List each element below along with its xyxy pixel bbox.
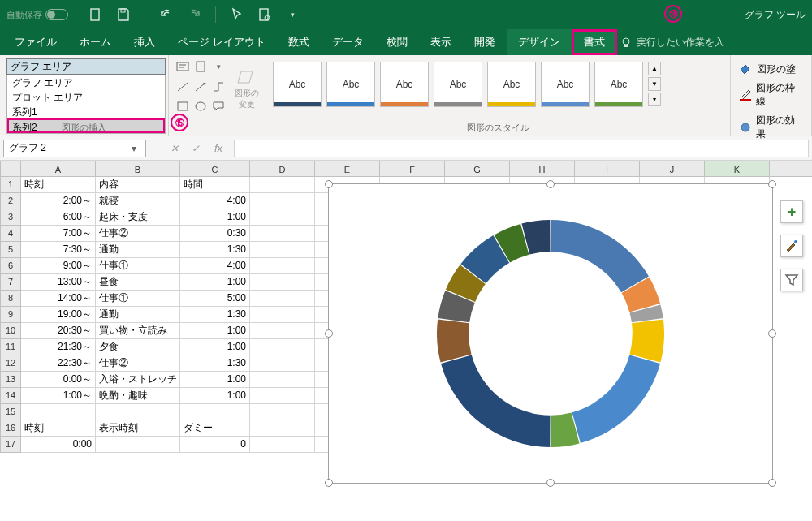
cell[interactable]: 20:30～ [21, 323, 96, 339]
callout-icon[interactable] [211, 100, 226, 113]
tell-me-search[interactable]: 実行したい作業を入 [620, 29, 724, 55]
chart-elements-button[interactable]: + [780, 200, 803, 223]
tab-review[interactable]: 校閲 [375, 29, 419, 55]
cell[interactable] [250, 323, 315, 339]
tab-data[interactable]: データ [321, 29, 375, 55]
shapes-gallery[interactable]: ▾ [175, 60, 231, 117]
customize-qat-icon[interactable]: ▾ [284, 6, 300, 23]
cell[interactable] [250, 339, 315, 355]
expand-icon[interactable]: ▾ [648, 93, 661, 106]
cell[interactable]: 入浴・ストレッチ [96, 372, 180, 388]
more-icon[interactable]: ▾ [211, 60, 226, 73]
cell[interactable] [96, 404, 180, 420]
style-item[interactable]: Abc [594, 62, 643, 107]
resize-handle[interactable] [325, 479, 333, 487]
resize-handle[interactable] [768, 479, 776, 487]
cursor-icon[interactable] [229, 6, 245, 23]
cell[interactable]: 時刻 [21, 420, 96, 437]
cell[interactable]: 1:00～ [21, 388, 96, 404]
cell[interactable]: 1:00 [180, 372, 250, 388]
style-gallery[interactable]: Abc Abc Abc Abc Abc Abc Abc ▲ ▼ ▾ [273, 62, 723, 107]
col-header[interactable]: F [380, 161, 445, 176]
cell[interactable] [250, 193, 315, 209]
cell[interactable]: 14:00～ [21, 291, 96, 307]
row-header[interactable]: 14 [0, 388, 21, 404]
row-header[interactable]: 12 [0, 355, 21, 372]
cell[interactable] [250, 291, 315, 307]
cell[interactable]: 9:00～ [21, 258, 96, 274]
col-header[interactable]: H [510, 161, 575, 176]
list-item[interactable]: プロット エリア [7, 89, 165, 104]
cell[interactable]: 4:00 [180, 258, 250, 274]
cell[interactable]: ダミー [180, 420, 250, 437]
cell[interactable] [250, 177, 315, 193]
cell[interactable] [250, 420, 315, 437]
rect-icon[interactable] [175, 100, 190, 113]
textbox-icon[interactable] [175, 60, 190, 73]
cell[interactable]: 内容 [96, 177, 180, 193]
style-item[interactable]: Abc [541, 62, 590, 107]
chevron-down-icon[interactable]: ▾ [127, 143, 140, 154]
cell[interactable]: 1:00 [180, 388, 250, 404]
oval-icon[interactable] [193, 100, 208, 113]
fx-icon[interactable]: fx [208, 140, 229, 157]
row-header[interactable]: 11 [0, 339, 21, 355]
cell[interactable]: 買い物・立読み [96, 323, 180, 339]
col-header[interactable]: E [315, 161, 380, 176]
cell[interactable] [250, 226, 315, 242]
tab-page-layout[interactable]: ページ レイアウト [166, 29, 277, 55]
cell[interactable]: 起床・支度 [96, 209, 180, 226]
resize-handle[interactable] [325, 329, 333, 338]
tab-design[interactable]: デザイン [507, 29, 572, 55]
tab-file[interactable]: ファイル [3, 29, 68, 55]
formula-bar[interactable] [234, 140, 809, 157]
line-icon[interactable] [175, 80, 190, 93]
cell[interactable]: 就寝 [96, 193, 180, 209]
scroll-up-icon[interactable]: ▲ [648, 62, 661, 75]
row-header[interactable]: 13 [0, 372, 21, 388]
cell[interactable]: 時間 [180, 177, 250, 193]
cell[interactable]: 5:00 [180, 291, 250, 307]
cell[interactable]: 1:30 [180, 355, 250, 372]
donut-slice[interactable] [629, 319, 664, 362]
row-header[interactable]: 6 [0, 258, 21, 274]
cell[interactable] [250, 372, 315, 388]
cell[interactable]: 仕事② [96, 226, 180, 242]
new-icon[interactable] [88, 6, 104, 23]
cancel-icon[interactable]: ✕ [164, 140, 185, 157]
style-item[interactable]: Abc [487, 62, 536, 107]
shape-effects-button[interactable]: 図形の効果 [737, 111, 805, 144]
row-header[interactable]: 1 [0, 177, 21, 193]
elbow-icon[interactable] [211, 80, 226, 93]
donut-slice[interactable] [437, 319, 472, 362]
cell[interactable] [180, 404, 250, 420]
style-item[interactable]: Abc [434, 62, 482, 107]
cell[interactable]: 通勤 [96, 242, 180, 258]
row-header[interactable]: 7 [0, 274, 21, 291]
cell[interactable] [250, 404, 315, 420]
row-header[interactable]: 8 [0, 291, 21, 307]
list-item[interactable]: グラフ エリア [7, 75, 165, 89]
cell[interactable]: 1:00 [180, 339, 250, 355]
tab-developer[interactable]: 開発 [463, 29, 507, 55]
cell[interactable]: 通勤 [96, 307, 180, 323]
tab-home[interactable]: ホーム [68, 29, 123, 55]
shape-outline-button[interactable]: 図形の枠線 [737, 79, 805, 111]
cell[interactable]: 0:30 [180, 226, 250, 242]
tab-view[interactable]: 表示 [419, 29, 463, 55]
doughnut-chart[interactable] [437, 220, 664, 447]
col-header[interactable]: D [250, 161, 315, 176]
autosave-switch-icon[interactable] [45, 9, 68, 20]
col-header[interactable]: K [705, 161, 770, 176]
row-header[interactable]: 3 [0, 209, 21, 226]
cell[interactable]: 0:00～ [21, 372, 96, 388]
cell[interactable]: 晩酌・趣味 [96, 388, 180, 404]
cell[interactable] [250, 307, 315, 323]
col-header[interactable]: C [180, 161, 250, 176]
cell[interactable] [250, 258, 315, 274]
donut-slice[interactable] [551, 220, 649, 292]
resize-handle[interactable] [546, 479, 555, 487]
arrow-icon[interactable] [193, 80, 208, 93]
cell[interactable] [250, 437, 315, 453]
cell[interactable]: 仕事① [96, 258, 180, 274]
